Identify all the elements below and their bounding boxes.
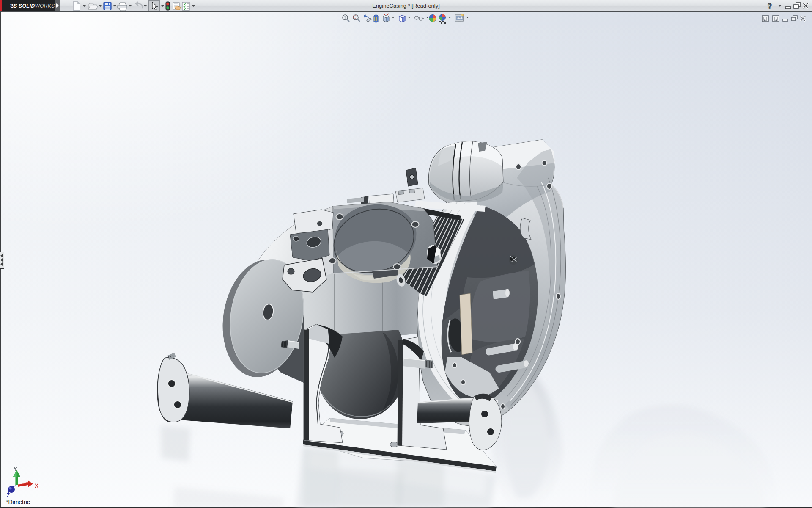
svg-text:X: X [35,483,38,489]
svg-text:Z: Z [7,492,10,498]
svg-text:?: ? [768,3,772,10]
